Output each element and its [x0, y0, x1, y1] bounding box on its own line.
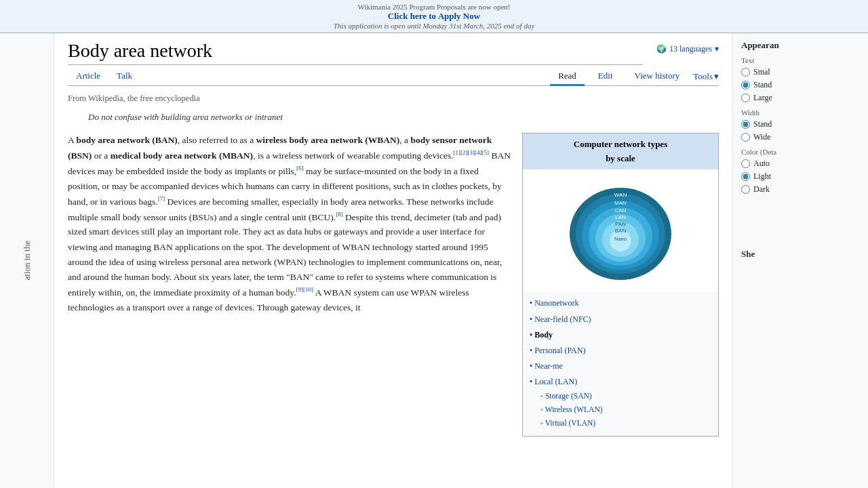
color-light-option[interactable]: Light — [741, 171, 860, 182]
width-wide-option[interactable]: Wide — [741, 132, 860, 142]
languages-count: 13 languages — [669, 44, 712, 54]
left-sidebar: ation in the — [0, 33, 54, 487]
text-small-radio[interactable] — [741, 68, 750, 77]
color-dark-label: Dark — [753, 184, 770, 195]
page-header: Body area network 🌍 13 languages ▾ — [68, 40, 719, 65]
sidebar-partial-text: ation in the — [22, 241, 33, 281]
text-small-label: Smal — [753, 67, 770, 77]
text-large-label: Large — [753, 93, 772, 103]
tab-navigation: Article Talk Read Edit View history Tool… — [68, 68, 719, 86]
pan-label: PAN — [615, 221, 626, 227]
tab-nav-left: Article Talk — [68, 68, 140, 85]
main-content: Body area network 🌍 13 languages ▾ Artic… — [54, 33, 732, 487]
color-dark-radio[interactable] — [741, 185, 750, 194]
text-large-radio[interactable] — [741, 94, 750, 102]
man-label: MAN — [614, 200, 627, 206]
text-section-label: Text — [741, 56, 860, 64]
languages-button[interactable]: 🌍 13 languages ▾ — [656, 44, 719, 54]
infobox-diagram: WAN MAN CAN LAN PAN BAN Nano — [523, 169, 718, 291]
list-item-wlan[interactable]: Wireless (WLAN) — [540, 403, 711, 416]
color-light-radio[interactable] — [741, 172, 750, 181]
list-item-nanonetwork[interactable]: Nanonetwork — [530, 296, 711, 311]
text-standard-option[interactable]: Stand — [741, 80, 860, 90]
chevron-down-icon: ▾ — [715, 44, 719, 54]
tools-dropdown[interactable]: Tools ▾ — [693, 71, 719, 82]
partial-text-she: She — [741, 249, 860, 260]
tools-chevron-icon: ▾ — [714, 71, 719, 82]
tab-article[interactable]: Article — [68, 68, 108, 86]
from-wiki-text: From Wikipedia, the free encyclopedia — [68, 92, 719, 105]
text-standard-label: Stand — [753, 80, 772, 90]
list-item-lan[interactable]: Local (LAN) Storage (SAN) Wireless (WLAN… — [530, 374, 711, 431]
infobox-network-list: Nanonetwork Near-field (NFC) Body Person… — [523, 291, 718, 435]
appearance-panel-title: Appearan — [741, 40, 860, 51]
list-item-nfc[interactable]: Near-field (NFC) — [530, 312, 711, 327]
color-section-label: Color (Deta — [741, 148, 860, 156]
tab-view-history[interactable]: View history — [627, 68, 688, 86]
tab-read[interactable]: Read — [550, 68, 585, 86]
wan-label: WAN — [614, 192, 627, 198]
hatnote: Do not confuse with building area networ… — [88, 110, 719, 125]
tab-talk[interactable]: Talk — [108, 68, 140, 86]
apply-link[interactable]: Click here to Apply Now — [0, 11, 868, 22]
color-auto-label: Auto — [753, 159, 770, 169]
width-wide-label: Wide — [753, 132, 771, 142]
network-scale-diagram: WAN MAN CAN LAN PAN BAN Nano — [566, 176, 675, 285]
infobox-sub-list: Storage (SAN) Wireless (WLAN) Virtual (V… — [540, 389, 711, 430]
infobox: Computer network types by scale — [522, 133, 719, 436]
list-item-san[interactable]: Storage (SAN) — [540, 389, 711, 403]
text-large-option[interactable]: Large — [741, 93, 860, 103]
right-panel: Appearan Text Smal Stand Large Width Sta… — [732, 33, 868, 487]
color-auto-radio[interactable] — [741, 159, 750, 168]
color-dark-option[interactable]: Dark — [741, 184, 860, 195]
banner-date: This application is open until Monday 31… — [0, 22, 868, 30]
ban-label: BAN — [615, 228, 627, 234]
nano-label: Nano — [614, 236, 627, 242]
page-title: Body area network — [68, 40, 643, 65]
content-area: From Wikipedia, the free encyclopedia Do… — [68, 92, 719, 445]
lan-label: LAN — [615, 214, 626, 220]
list-item-near-me[interactable]: Near-me — [530, 359, 711, 374]
width-section-label: Width — [741, 108, 860, 117]
banner-line1: Wikimania 2025 Program Proposals are now… — [0, 3, 868, 11]
width-standard-radio[interactable] — [741, 120, 750, 129]
text-standard-radio[interactable] — [741, 81, 750, 89]
infobox-title: Computer network types by scale — [523, 134, 718, 170]
list-item-body[interactable]: Body — [530, 327, 711, 343]
color-auto-option[interactable]: Auto — [741, 159, 860, 169]
tab-edit[interactable]: Edit — [590, 68, 621, 86]
list-item-pan[interactable]: Personal (PAN) — [530, 343, 711, 359]
text-small-option[interactable]: Smal — [741, 67, 860, 77]
tools-label: Tools — [693, 71, 713, 82]
top-banner: Wikimania 2025 Program Proposals are now… — [0, 0, 868, 33]
can-label: CAN — [615, 207, 627, 214]
tab-nav-right: Read Edit View history Tools ▾ — [550, 68, 719, 85]
hatnote-text: Do not confuse with building area networ… — [88, 112, 283, 122]
width-standard-label: Stand — [753, 119, 772, 129]
color-light-label: Light — [753, 171, 771, 182]
width-standard-option[interactable]: Stand — [741, 119, 860, 129]
width-wide-radio[interactable] — [741, 133, 750, 142]
article-text: From Wikipedia, the free encyclopedia Do… — [68, 92, 719, 445]
list-item-vlan[interactable]: Virtual (VLAN) — [540, 416, 711, 430]
translate-icon: 🌍 — [656, 44, 667, 54]
